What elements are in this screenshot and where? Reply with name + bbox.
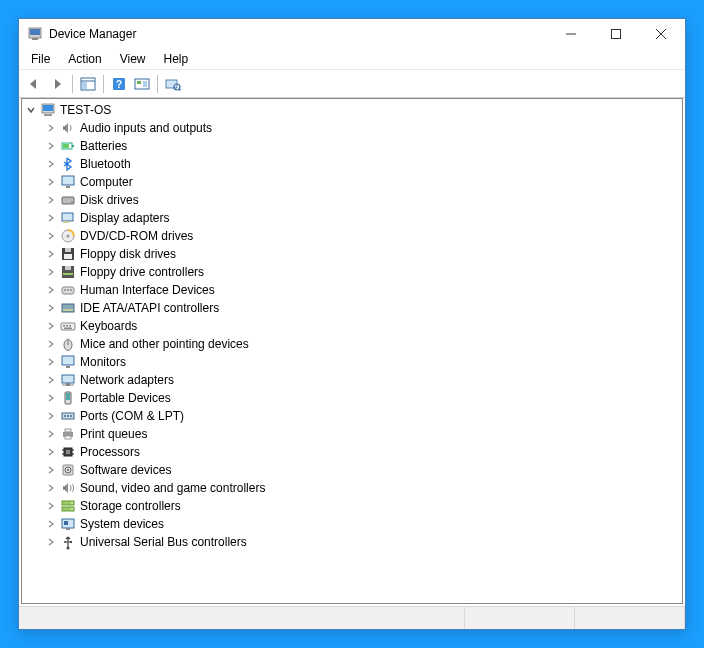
svg-rect-2 — [30, 29, 40, 35]
app-icon — [27, 26, 43, 42]
chevron-right-icon[interactable] — [44, 391, 58, 405]
tree-node[interactable]: Bluetooth — [22, 155, 682, 173]
optical-drive-icon — [60, 228, 76, 244]
tree-root[interactable]: TEST-OS — [22, 101, 682, 119]
tree-node[interactable]: Floppy disk drives — [22, 245, 682, 263]
menu-action[interactable]: Action — [60, 50, 109, 68]
tree-node-label: Audio inputs and outputs — [80, 121, 212, 135]
statusbar-panel — [465, 607, 575, 629]
chevron-right-icon[interactable] — [44, 319, 58, 333]
tree-node[interactable]: Monitors — [22, 353, 682, 371]
chevron-right-icon[interactable] — [44, 373, 58, 387]
chevron-right-icon[interactable] — [44, 337, 58, 351]
chevron-right-icon[interactable] — [44, 355, 58, 369]
chevron-right-icon[interactable] — [44, 409, 58, 423]
help-button[interactable]: ? — [108, 73, 130, 95]
chevron-right-icon[interactable] — [44, 157, 58, 171]
tree-node[interactable]: Ports (COM & LPT) — [22, 407, 682, 425]
tree-node[interactable]: Sound, video and game controllers — [22, 479, 682, 497]
device-tree[interactable]: TEST-OS Audio inputs and outputsBatterie… — [21, 98, 683, 604]
tree-node[interactable]: DVD/CD-ROM drives — [22, 227, 682, 245]
chevron-right-icon[interactable] — [44, 139, 58, 153]
monitor-icon — [60, 354, 76, 370]
chevron-right-icon[interactable] — [44, 301, 58, 315]
chevron-right-icon[interactable] — [44, 481, 58, 495]
svg-point-81 — [67, 547, 70, 550]
tree-node[interactable]: Audio inputs and outputs — [22, 119, 682, 137]
chevron-right-icon[interactable] — [44, 229, 58, 243]
tree-node[interactable]: Universal Serial Bus controllers — [22, 533, 682, 551]
menu-help[interactable]: Help — [156, 50, 197, 68]
tree-node[interactable]: Software devices — [22, 461, 682, 479]
tree-node[interactable]: Storage controllers — [22, 497, 682, 515]
forward-button[interactable] — [46, 73, 68, 95]
tree-node-label: Batteries — [80, 139, 127, 153]
chevron-right-icon[interactable] — [44, 283, 58, 297]
svg-text:?: ? — [116, 79, 122, 90]
tree-node[interactable]: Computer — [22, 173, 682, 191]
cpu-icon — [60, 444, 76, 460]
ide-icon — [60, 300, 76, 316]
tree-node[interactable]: System devices — [22, 515, 682, 533]
show-hidden-devices-button[interactable] — [162, 73, 184, 95]
chevron-down-icon[interactable] — [24, 103, 38, 117]
hid-icon — [60, 282, 76, 298]
tree-node[interactable]: IDE ATA/ATAPI controllers — [22, 299, 682, 317]
tree-node[interactable]: Floppy drive controllers — [22, 263, 682, 281]
statusbar-panel — [575, 607, 685, 629]
svg-rect-14 — [143, 81, 147, 87]
chevron-right-icon[interactable] — [44, 247, 58, 261]
tree-node-label: Display adapters — [80, 211, 169, 225]
tree-node[interactable]: Network adapters — [22, 371, 682, 389]
menu-view[interactable]: View — [112, 50, 154, 68]
tree-node-label: Floppy disk drives — [80, 247, 176, 261]
svg-rect-48 — [64, 328, 72, 330]
chevron-right-icon[interactable] — [44, 193, 58, 207]
scan-hardware-button[interactable] — [131, 73, 153, 95]
device-manager-window: Device Manager File Action View Help — [18, 18, 686, 630]
tree-node-label: Ports (COM & LPT) — [80, 409, 184, 423]
back-button[interactable] — [23, 73, 45, 95]
svg-rect-46 — [66, 325, 68, 327]
svg-point-41 — [70, 289, 72, 291]
tree-node[interactable]: Portable Devices — [22, 389, 682, 407]
tree-node[interactable]: Disk drives — [22, 191, 682, 209]
svg-rect-36 — [65, 266, 71, 270]
tree-node[interactable]: Mice and other pointing devices — [22, 335, 682, 353]
tree-node[interactable]: Print queues — [22, 425, 682, 443]
chevron-right-icon[interactable] — [44, 445, 58, 459]
tree-node[interactable]: Keyboards — [22, 317, 682, 335]
toolbar-separator — [157, 75, 158, 93]
minimize-button[interactable] — [548, 19, 593, 49]
chevron-right-icon[interactable] — [44, 535, 58, 549]
chevron-right-icon[interactable] — [44, 427, 58, 441]
chevron-right-icon[interactable] — [44, 517, 58, 531]
maximize-button[interactable] — [593, 19, 638, 49]
floppy-icon — [60, 246, 76, 262]
chevron-right-icon[interactable] — [44, 121, 58, 135]
show-hide-console-tree-button[interactable] — [77, 73, 99, 95]
close-button[interactable] — [638, 19, 683, 49]
chevron-right-icon[interactable] — [44, 265, 58, 279]
svg-rect-83 — [70, 541, 72, 543]
svg-point-60 — [67, 415, 69, 417]
chevron-right-icon[interactable] — [44, 499, 58, 513]
svg-point-73 — [67, 469, 69, 471]
tree-node[interactable]: Display adapters — [22, 209, 682, 227]
toolbar-separator — [72, 75, 73, 93]
tree-node[interactable]: Batteries — [22, 137, 682, 155]
chevron-right-icon[interactable] — [44, 211, 58, 225]
svg-point-31 — [67, 235, 70, 238]
tree-node-label: Mice and other pointing devices — [80, 337, 249, 351]
network-icon — [60, 372, 76, 388]
svg-point-27 — [71, 201, 73, 203]
tree-node[interactable]: Human Interface Devices — [22, 281, 682, 299]
speaker-icon — [60, 120, 76, 136]
tree-node[interactable]: Processors — [22, 443, 682, 461]
chevron-right-icon[interactable] — [44, 463, 58, 477]
toolbar-separator — [103, 75, 104, 93]
chevron-right-icon[interactable] — [44, 175, 58, 189]
menu-file[interactable]: File — [23, 50, 58, 68]
svg-rect-22 — [72, 145, 74, 147]
tree-node-label: System devices — [80, 517, 164, 531]
